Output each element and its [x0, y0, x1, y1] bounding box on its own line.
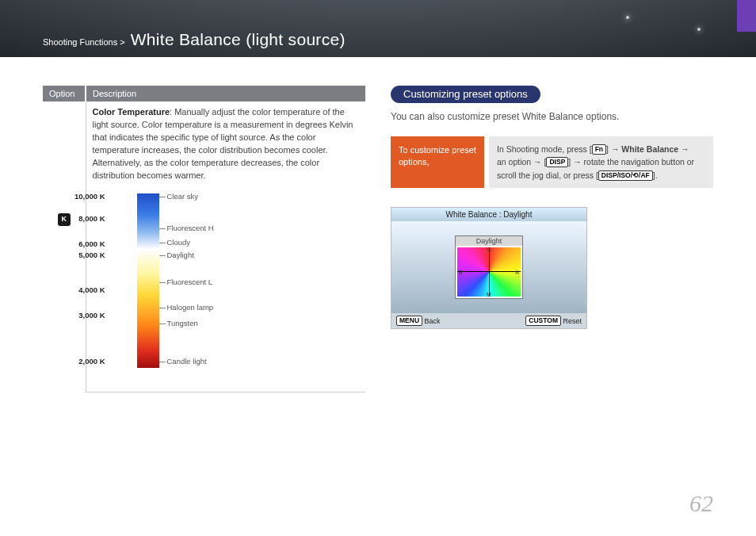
- inst-text: In Shooting mode, press [: [497, 144, 592, 154]
- kelvin-source: Candle light: [167, 356, 207, 367]
- inst-text: ] →: [606, 144, 621, 154]
- breadcrumb: Shooting Functions > White Balance (ligh…: [43, 30, 346, 57]
- left-column: Option Description K Color Temperature: …: [43, 86, 365, 392]
- kelvin-source: Fluorescent L: [167, 277, 213, 288]
- section-intro: You can also customize preset White Bala…: [391, 111, 713, 122]
- th-description: Description: [86, 86, 365, 101]
- right-column: Customizing preset options You can also …: [391, 86, 713, 392]
- section-heading: Customizing preset options: [391, 86, 540, 103]
- kelvin-source: Tungsten: [167, 318, 198, 329]
- instruction-steps: In Shooting mode, press [Fn] → White Bal…: [489, 136, 713, 188]
- screen-body: Daylight G A B M: [391, 221, 586, 313]
- page-title: White Balance (light source): [131, 30, 346, 48]
- kelvin-value: 2,000 K: [78, 356, 105, 367]
- disp-button-icon: DISP: [546, 157, 568, 167]
- breadcrumb-section: Shooting Functions >: [43, 37, 125, 47]
- reset-label: Reset: [563, 317, 582, 325]
- kelvin-diagram: 10,000 K 8,000 K 6,000 K 5,000 K 4,000 K…: [137, 193, 360, 384]
- inst-text: ].: [653, 170, 658, 180]
- page-header: Shooting Functions > White Balance (ligh…: [0, 0, 756, 57]
- axis-m: M: [487, 292, 491, 297]
- axis-a: A: [515, 269, 519, 274]
- kelvin-gradient-bar: [137, 193, 159, 368]
- screen-footer: MENU Back CUSTOM Reset: [391, 313, 586, 328]
- custom-button-icon: CUSTOM: [525, 316, 561, 326]
- fn-button-icon: Fn: [592, 144, 606, 155]
- camera-screen-mock: White Balance : Daylight Daylight G A B …: [391, 207, 587, 329]
- th-option: Option: [43, 86, 86, 101]
- inst-strong: White Balance: [621, 144, 678, 154]
- desc-body: : Manually adjust the color temperature …: [93, 107, 353, 180]
- instruction-label: To customize preset options,: [391, 136, 484, 188]
- inst-text: an option → [: [497, 157, 546, 167]
- nav-buttons-icon: DISP/ISO/⟲/AF: [598, 170, 653, 181]
- kelvin-value: 6,000 K: [78, 239, 105, 250]
- desc-term: Color Temperature: [93, 107, 170, 117]
- section-color-tab: [737, 0, 756, 32]
- description-cell: Color Temperature: Manually adjust the c…: [86, 101, 365, 392]
- kelvin-source: Cloudy: [167, 237, 191, 248]
- wb-adjust-grid: Daylight G A B M: [455, 235, 523, 299]
- kelvin-source: Daylight: [167, 250, 194, 261]
- kelvin-source: Fluorescent H: [167, 223, 214, 234]
- screen-title: White Balance : Daylight: [391, 208, 586, 221]
- page-number: 62: [689, 490, 713, 517]
- back-label: Back: [425, 317, 441, 325]
- kelvin-source: Halogen lamp: [167, 302, 214, 313]
- wb-color-grid: G A B M: [457, 247, 521, 297]
- inst-text: →: [678, 144, 689, 154]
- kelvin-badge-icon: K: [58, 213, 71, 226]
- wb-mode-label: Daylight: [456, 236, 522, 246]
- axis-b: B: [459, 269, 463, 274]
- kelvin-value: 4,000 K: [78, 285, 105, 296]
- kelvin-value: 8,000 K: [78, 213, 105, 224]
- kelvin-source: Clear sky: [167, 191, 199, 202]
- menu-button-icon: MENU: [396, 316, 422, 326]
- kelvin-value: 5,000 K: [78, 250, 105, 261]
- kelvin-value: 10,000 K: [74, 191, 105, 202]
- instruction-block: To customize preset options, In Shooting…: [391, 136, 713, 188]
- axis-g: G: [487, 247, 491, 252]
- option-table: Option Description K Color Temperature: …: [43, 86, 365, 392]
- kelvin-value: 3,000 K: [78, 310, 105, 321]
